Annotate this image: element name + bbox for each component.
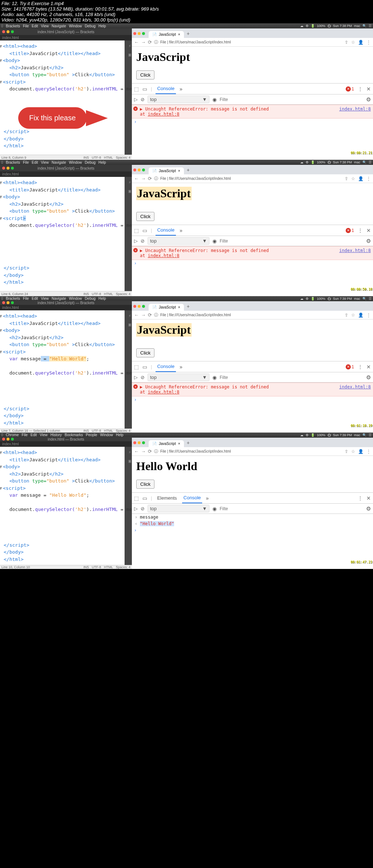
browser-pane: ☁⚙🔋100%⏻Sun 7:38 PMmac🔍☰ 📄JavaScript× + … [132, 23, 373, 160]
editor-pane:  BracketsFileEditViewNavigateWindowDebu… [0, 23, 132, 160]
close-icon: × [178, 32, 180, 36]
console-error[interactable]: ✕ index.html:8 ▶ Uncaught ReferenceError… [132, 105, 373, 119]
menu-icon: ⋮ [366, 40, 371, 45]
timestamp: 00:00:21.21 [350, 151, 372, 155]
mac-menubar[interactable]:  BracketsFileEditViewNavigateWindowDebu… [0, 23, 132, 28]
console-output-line: "Hello World" [132, 520, 373, 527]
annotation-callout: Fix this please [18, 107, 87, 129]
kebab-icon[interactable]: ⋮ [358, 86, 363, 92]
inspect-icon[interactable]: ⬚ [134, 86, 139, 92]
click-button[interactable]: Click [136, 70, 154, 80]
back-icon[interactable]: ← [134, 39, 139, 45]
share-icon: ⇪ [345, 40, 348, 45]
console-input-line: message [132, 514, 373, 520]
apple-icon[interactable]:  [1, 24, 3, 28]
error-badge[interactable]: ✕1 [346, 86, 354, 92]
extension-icon: ▣ [129, 51, 131, 58]
file-info: File: 12. Try it Exercise 1.mp4 Size: 14… [0, 0, 373, 23]
page-body: JavaScript Click [132, 47, 373, 83]
filter-input[interactable] [220, 97, 233, 102]
editor-statusbar: Line 8, Column 9 INSUTF-8HTMLSpaces: 4 [0, 155, 132, 160]
browser-tab[interactable]: 📄JavaScript× [149, 31, 184, 38]
close-devtools-icon[interactable]: ✕ [366, 86, 371, 92]
forward-icon[interactable]: → [141, 39, 146, 45]
address-bar[interactable]: ← → ⟳ ⓘFile | file:///Users/mac/JavaScri… [132, 38, 373, 47]
new-tab-button[interactable]: + [185, 31, 192, 36]
context-select[interactable]: top▼ [148, 96, 209, 103]
file-tab[interactable]: index.html [0, 35, 132, 40]
devtools[interactable]: ⬚ ▭ | Console » ✕1 ⋮ ✕ ▷ ⊘ top▼ ◉ ⚙ ✕ [132, 83, 373, 160]
clear-icon[interactable]: ⊘ [141, 97, 145, 102]
live-preview-icon: ⚡ [129, 43, 131, 49]
mac-menubar-right: ☁⚙🔋100%⏻Sun 7:38 PMmac🔍☰ [132, 23, 373, 28]
eye-icon[interactable]: ◉ [212, 97, 217, 102]
window-titlebar: index.html (JavaScript) — Brackets [0, 28, 132, 35]
gear-icon[interactable]: ⚙ [366, 96, 371, 103]
profile-icon: 👤 [358, 40, 364, 45]
console-tab[interactable]: Console [156, 84, 176, 94]
star-icon: ☆ [351, 40, 355, 45]
page-heading: JavaScript [136, 50, 369, 64]
reload-icon[interactable]: ⟳ [148, 39, 152, 45]
play-icon[interactable]: ▷ [134, 97, 138, 102]
more-tabs-icon[interactable]: » [180, 86, 182, 92]
console-prompt[interactable]: › [132, 119, 373, 125]
device-icon[interactable]: ▭ [142, 86, 147, 92]
browser-tabbar[interactable]: 📄JavaScript× + [132, 28, 373, 38]
code-editor[interactable]: ⚡▣ ▼<html><head> <title>JavaScript</titl… [0, 40, 132, 155]
